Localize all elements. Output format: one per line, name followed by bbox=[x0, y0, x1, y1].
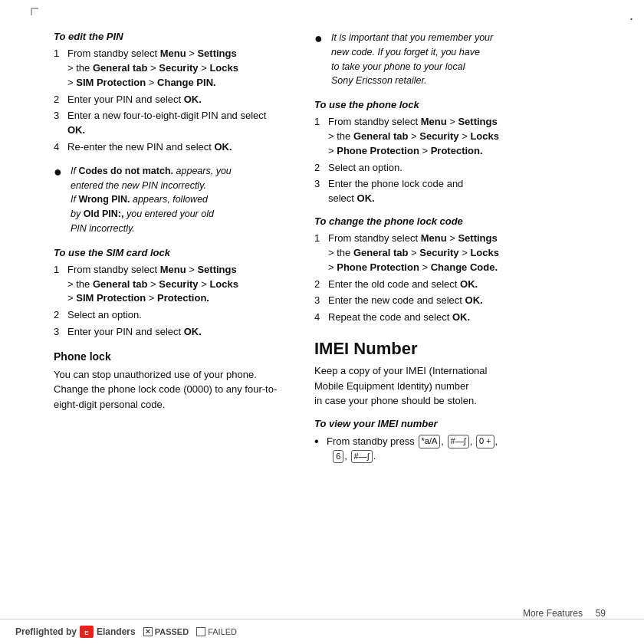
sim-lock-title: To use the SIM card lock bbox=[54, 247, 284, 258]
note-icon: ● bbox=[54, 164, 66, 180]
list-item: 3 Enter a new four-to-eight-digit PIN an… bbox=[54, 109, 284, 138]
footer: Preflighted by E Elanders ✕ PASSED FAILE… bbox=[0, 619, 644, 644]
step-number: 2 bbox=[54, 93, 67, 107]
step-number: 1 bbox=[314, 115, 328, 159]
step-text: Re-enter the new PIN and select OK. bbox=[67, 140, 284, 155]
list-item: 2 Enter your PIN and select OK. bbox=[54, 93, 284, 107]
imei-instruction: From standby press *a/A, #—∫, 0 +, 6, #—… bbox=[327, 434, 498, 464]
phone-lock-section: Phone lock You can stop unauthorized use… bbox=[54, 350, 284, 412]
step-number: 4 bbox=[54, 140, 67, 155]
change-phone-lock-steps: 1 From standby select Menu > Settings> t… bbox=[314, 232, 583, 325]
key-six: 6 bbox=[333, 450, 343, 463]
left-column: To edit the PIN 1 From standby select Me… bbox=[0, 31, 299, 600]
step-number: 1 bbox=[54, 47, 67, 90]
edit-pin-steps: 1 From standby select Menu > Settings> t… bbox=[54, 47, 284, 155]
list-item: 3 Enter the new code and select OK. bbox=[314, 294, 583, 308]
list-item: 1 From standby select Menu > Settings> t… bbox=[54, 47, 284, 90]
list-item: 1 From standby select Menu > Settings> t… bbox=[54, 263, 284, 307]
sim-lock-steps: 1 From standby select Menu > Settings> t… bbox=[54, 263, 284, 340]
use-phone-lock-title: To use the phone lock bbox=[314, 99, 583, 110]
failed-checkbox bbox=[196, 627, 205, 636]
note-codes-not-match: ● If Codes do not match. appears, youent… bbox=[54, 164, 284, 236]
step-text: Select an option. bbox=[328, 161, 583, 176]
change-phone-lock-title: To change the phone lock code bbox=[314, 215, 583, 227]
step-number: 2 bbox=[54, 308, 67, 323]
list-item: 2 Enter the old code and select OK. bbox=[314, 278, 583, 292]
step-text: Enter the new code and select OK. bbox=[328, 294, 583, 308]
bullet-icon: • bbox=[314, 432, 327, 451]
page-number-area: More Features 59 bbox=[0, 600, 644, 619]
note-important: ● It is important that you remember your… bbox=[314, 31, 583, 88]
imei-body: Keep a copy of your IMEI (InternationalM… bbox=[314, 363, 583, 409]
step-text: Enter the old code and select OK. bbox=[328, 278, 583, 292]
main-content: To edit the PIN 1 From standby select Me… bbox=[0, 0, 644, 600]
step-text: Enter your PIN and select OK. bbox=[67, 93, 284, 107]
view-imei-title: To view your IMEI number bbox=[314, 418, 583, 429]
step-number: 3 bbox=[54, 325, 67, 340]
key-star: *a/A bbox=[419, 435, 441, 448]
step-text: From standby select Menu > Settings> the… bbox=[328, 115, 583, 159]
list-item: 2 Select an option. bbox=[314, 161, 583, 176]
phone-lock-body: You can stop unauthorized use of your ph… bbox=[54, 367, 284, 412]
failed-status: FAILED bbox=[196, 627, 237, 636]
key-zero: 0 + bbox=[476, 435, 495, 448]
key-hash1: #—∫ bbox=[448, 435, 469, 448]
footer-status: ✕ PASSED FAILED bbox=[143, 627, 237, 636]
list-item: 3 Enter the phone lock code andselect OK… bbox=[314, 177, 583, 206]
step-number: 2 bbox=[314, 161, 328, 176]
list-item: 4 Repeat the code and select OK. bbox=[314, 310, 583, 325]
step-number: 3 bbox=[314, 177, 328, 206]
step-number: 3 bbox=[54, 109, 67, 138]
right-column: ● It is important that you remember your… bbox=[299, 31, 621, 600]
list-item: 4 Re-enter the new PIN and select OK. bbox=[54, 140, 284, 155]
page-label: More Features 59 bbox=[523, 608, 606, 619]
step-text: Select an option. bbox=[67, 308, 284, 323]
passed-status: ✕ PASSED bbox=[143, 627, 189, 636]
step-text: From standby select Menu > Settings> the… bbox=[67, 263, 284, 307]
key-hash2: #—∫ bbox=[351, 450, 373, 463]
use-phone-lock-steps: 1 From standby select Menu > Settings> t… bbox=[314, 115, 583, 206]
corner-mark-left bbox=[31, 8, 38, 15]
imei-section: IMEI Number Keep a copy of your IMEI (In… bbox=[314, 339, 583, 464]
step-number: 1 bbox=[314, 232, 328, 275]
passed-checkbox: ✕ bbox=[143, 627, 153, 636]
step-text: Repeat the code and select OK. bbox=[328, 310, 583, 325]
footer-left: Preflighted by E Elanders ✕ PASSED FAILE… bbox=[15, 626, 237, 638]
page-container: . To edit the PIN 1 From standby select … bbox=[0, 0, 644, 644]
step-text: Enter a new four-to-eight-digit PIN and … bbox=[67, 109, 284, 138]
step-number: 4 bbox=[314, 310, 328, 325]
corner-mark-right: . bbox=[629, 8, 633, 24]
step-number: 2 bbox=[314, 278, 328, 292]
imei-heading: IMEI Number bbox=[314, 339, 583, 359]
step-text: From standby select Menu > Settings> the… bbox=[328, 232, 583, 275]
view-imei-steps: • From standby press *a/A, #—∫, 0 +, 6, … bbox=[314, 434, 583, 464]
step-number: 1 bbox=[54, 263, 67, 307]
note-icon: ● bbox=[314, 31, 327, 47]
step-number: 3 bbox=[314, 294, 328, 308]
list-item: 2 Select an option. bbox=[54, 308, 284, 323]
phone-lock-heading: Phone lock bbox=[54, 350, 284, 363]
list-item: 1 From standby select Menu > Settings> t… bbox=[314, 115, 583, 159]
footer-preflighted: Preflighted by E Elanders bbox=[15, 626, 136, 638]
list-item: 3 Enter your PIN and select OK. bbox=[54, 325, 284, 340]
note-text: It is important that you remember yourne… bbox=[331, 31, 493, 88]
step-text: Enter your PIN and select OK. bbox=[67, 325, 284, 340]
svg-text:E: E bbox=[84, 629, 89, 636]
edit-pin-title: To edit the PIN bbox=[54, 31, 284, 42]
list-item: 1 From standby select Menu > Settings> t… bbox=[314, 232, 583, 275]
step-text: From standby select Menu > Settings> the… bbox=[67, 47, 284, 90]
brand-name: Elanders bbox=[97, 626, 136, 637]
elanders-logo-icon: E bbox=[80, 626, 94, 638]
note-text: If Codes do not match. appears, youenter… bbox=[71, 164, 232, 236]
step-text: Enter the phone lock code andselect OK. bbox=[328, 177, 583, 206]
list-item: • From standby press *a/A, #—∫, 0 +, 6, … bbox=[314, 434, 583, 464]
